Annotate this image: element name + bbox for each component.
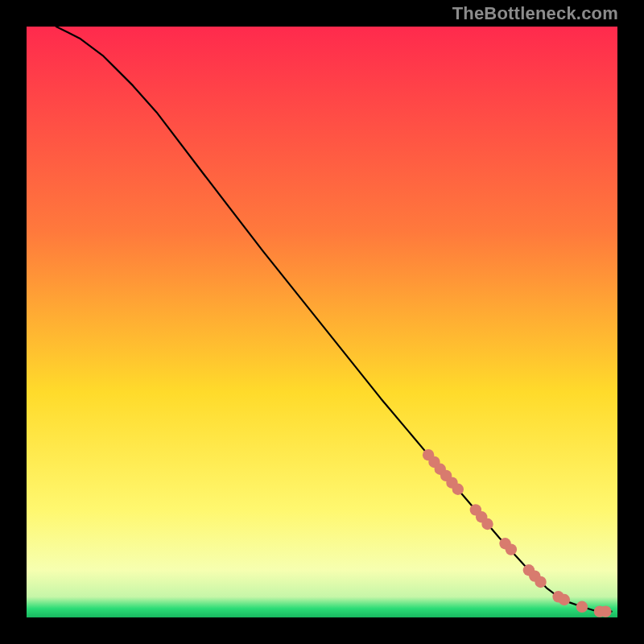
watermark-text: TheBottleneck.com	[452, 3, 618, 24]
chart-stage: TheBottleneck.com	[0, 0, 644, 644]
plot-gradient-bg	[27, 27, 617, 617]
svg-rect-0	[27, 27, 617, 617]
plot-area	[27, 27, 617, 617]
